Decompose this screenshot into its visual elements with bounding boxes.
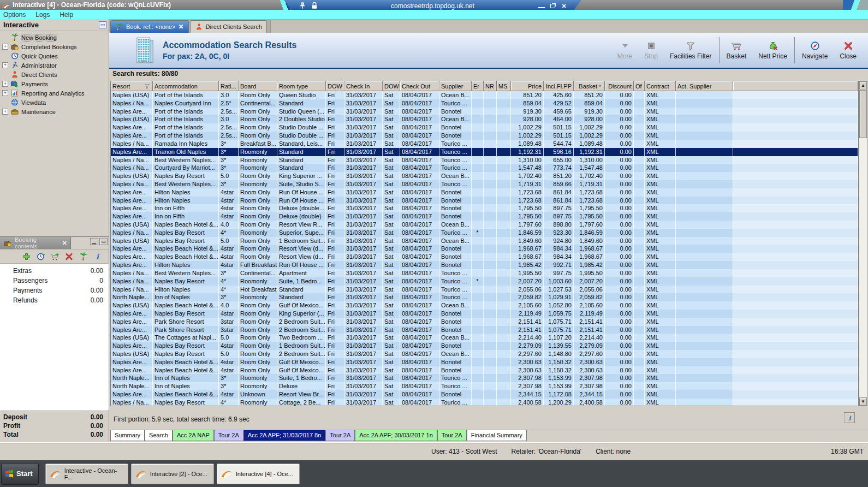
sidebar-item-payments[interactable]: +$Payments: [0, 79, 109, 88]
table-row[interactable]: Naples / Na...Best Western Naples...3*Co…: [111, 269, 858, 277]
table-row[interactable]: Naples Are...Park Shore Resort3starRoom …: [111, 318, 858, 326]
column-header-basket[interactable]: Basket: [574, 81, 605, 91]
table-row[interactable]: Naples / Na...Hilton Naples4*Hot Breakfa…: [111, 286, 858, 294]
bottom-tab-acc-2a-apf-30-03-2017-1n[interactable]: Acc 2A APF; 30/03/2017 1n: [355, 430, 437, 441]
expander-icon[interactable]: +: [2, 62, 8, 68]
bottom-tab-acc-2a-nap[interactable]: Acc 2A NAP: [173, 430, 214, 441]
column-header-room-type[interactable]: Room type: [277, 81, 326, 91]
sidebar-item-administrator[interactable]: +Administrator: [0, 61, 109, 70]
toolbar-button-close[interactable]: Close: [834, 33, 863, 68]
vertical-scrollbar[interactable]: ▲ ▼: [859, 81, 867, 406]
sidebar-collapse-button[interactable]: ▭: [99, 21, 106, 28]
menu-item-help[interactable]: Help: [60, 11, 73, 19]
bottom-tab-tour-2a[interactable]: Tour 2A: [437, 430, 467, 441]
tab-close-icon[interactable]: ✕: [179, 23, 184, 31]
bottom-tab-acc-2a-apf-31-03-2017-8n[interactable]: Acc 2A APF; 31/03/2017 8n: [243, 430, 326, 441]
table-row[interactable]: Naples Are...Inn on Fifth4starRoom OnlyD…: [111, 212, 858, 221]
bottom-tab-search[interactable]: Search: [145, 430, 173, 441]
column-header-discount[interactable]: Discount: [605, 81, 634, 91]
column-header-er[interactable]: Er: [472, 81, 484, 91]
table-row[interactable]: Naples Are...Naples Beach Hotel &...4sta…: [111, 358, 858, 366]
rdp-restore-button[interactable]: [550, 4, 555, 8]
table-row[interactable]: North Naple...Inn of Naples3*RoomonlyDel…: [111, 382, 858, 390]
toolbar-button-basket[interactable]: Basket: [721, 33, 753, 68]
column-header-accommodation[interactable]: Accommodation: [153, 81, 219, 91]
column-header-act-supplier[interactable]: Act. Supplier: [676, 81, 733, 91]
expander-icon[interactable]: +: [2, 44, 8, 50]
toolbar-button-facilities-filter[interactable]: Facilities Filter: [664, 33, 718, 68]
bottom-tab-tour-2a[interactable]: Tour 2A: [214, 430, 243, 441]
booking-toolbar-clock-icon[interactable]: [36, 252, 45, 261]
column-header-price[interactable]: Price: [511, 81, 544, 91]
table-row[interactable]: Naples Are...Port of the Islands2.5s...R…: [111, 108, 858, 116]
column-header-of[interactable]: Of: [634, 81, 645, 91]
column-header-board[interactable]: Board: [239, 81, 277, 91]
table-row[interactable]: Naples Are...Naples Bay Resort4starRoom …: [111, 310, 858, 318]
rdp-close-button[interactable]: ✕: [561, 3, 567, 9]
table-row[interactable]: Naples Are...Hilton Naples4starRoom Only…: [111, 197, 858, 205]
booking-panel-close-icon[interactable]: ✕: [62, 240, 67, 247]
table-row[interactable]: Naples Are...Naples Beach Hotel &...4sta…: [111, 366, 858, 375]
table-row[interactable]: Naples (USA)The Cottages at Napl...5.0Ro…: [111, 334, 858, 342]
column-header-ms[interactable]: MS: [497, 81, 511, 91]
table-row[interactable]: Naples / Na...Naples Bay Resort4*Roomonl…: [111, 229, 858, 237]
menu-item-options[interactable]: Options: [3, 11, 26, 19]
scroll-up-arrow-icon[interactable]: ▲: [859, 81, 867, 90]
table-row[interactable]: Naples Are...Naples Beach Hotel &...4sta…: [111, 253, 858, 261]
sidebar-item-new-booking[interactable]: New Booking: [0, 33, 109, 42]
booking-toolbar-plus-green-icon[interactable]: [22, 252, 31, 261]
table-row[interactable]: Naples / Na...Courtyard By Marriot...3*R…: [111, 164, 858, 172]
table-row[interactable]: Naples Are...Port of the Islands2.5s...R…: [111, 123, 858, 132]
table-row[interactable]: Naples Are...Trianon Old Naples3*Roomonl…: [111, 148, 858, 156]
pin-icon[interactable]: [298, 2, 307, 10]
table-row[interactable]: Naples Are...Naples Beach Hotel &...4sta…: [111, 390, 858, 399]
column-header-nr[interactable]: NR: [484, 81, 497, 91]
table-row[interactable]: Naples / Na...Best Western Naples...3*Ro…: [111, 180, 858, 188]
start-button[interactable]: Start: [1, 463, 39, 485]
table-row[interactable]: Naples (USA)Naples Bay Resort5.0Room Onl…: [111, 237, 858, 245]
column-header-contract[interactable]: Contract: [645, 81, 676, 91]
booking-panel-maximize-button[interactable]: ▭: [99, 238, 108, 245]
table-row[interactable]: Naples Are...Naples Bay Resort4starRoom …: [111, 342, 858, 350]
bottom-tab-tour-2a[interactable]: Tour 2A: [325, 430, 355, 441]
sidebar-item-maintenance[interactable]: +Maintenance: [0, 107, 109, 116]
table-row[interactable]: Naples / Na...Best Western Naples...3*Ro…: [111, 156, 858, 164]
table-row[interactable]: Naples (USA)Naples Beach Hotel &...4.0Ro…: [111, 301, 858, 310]
table-row[interactable]: Naples (USA)Naples Bay Resort5.0Room Onl…: [111, 172, 858, 180]
expander-icon[interactable]: +: [2, 109, 8, 115]
column-header-rati-[interactable]: Rati...: [219, 81, 239, 91]
table-row[interactable]: Naples / Na...Naples Bay Resort4*Roomonl…: [111, 399, 858, 406]
table-row[interactable]: Naples / Na...Naples Bay Resort4*Roomonl…: [111, 277, 858, 286]
expander-icon[interactable]: +: [2, 90, 8, 96]
bottom-tab-summary[interactable]: Summary: [110, 430, 145, 441]
taskbar-window-button[interactable]: Interactive [4] - Oce...: [217, 464, 300, 484]
scroll-down-arrow-icon[interactable]: ▼: [859, 397, 867, 406]
sidebar-item-direct-clients[interactable]: Direct Clients: [0, 70, 109, 79]
toolbar-button-nett-price[interactable]: Nett Price: [752, 33, 793, 68]
table-row[interactable]: Naples Are...Park Shore Resort3starRoom …: [111, 326, 858, 334]
column-header-check-in[interactable]: Check In: [344, 81, 383, 91]
table-row[interactable]: Naples Are...Naples Beach Hotel &...4sta…: [111, 245, 858, 253]
info-button[interactable]: i: [844, 412, 855, 423]
toolbar-button-navigate[interactable]: Navigate: [796, 33, 834, 68]
rdp-minimize-button[interactable]: [538, 4, 545, 8]
column-header-dow[interactable]: DOW: [326, 81, 344, 91]
table-row[interactable]: North Naple...Inn of Naples3*RoomonlySta…: [111, 293, 858, 301]
booking-toolbar-palm-tree-icon[interactable]: [79, 252, 88, 261]
table-row[interactable]: Naples Are...Inn on Fifth4starRoom OnlyD…: [111, 204, 858, 212]
table-row[interactable]: Naples / Na...Ramada Inn Naples3*Breakfa…: [111, 140, 858, 148]
table-row[interactable]: Naples (USA)Naples Beach Hotel &...4.0Ro…: [111, 221, 858, 229]
table-row[interactable]: Naples Are...Port of the Islands2.5s...R…: [111, 132, 858, 140]
table-row[interactable]: Naples (USA)Naples Bay Resort5.0Room Onl…: [111, 350, 858, 358]
taskbar-window-button[interactable]: Interactive [2] - Oce...: [131, 464, 214, 484]
sidebar-item-completed-bookings[interactable]: +Completed Bookings: [0, 42, 109, 51]
sidebar-item-quick-quotes[interactable]: Quick Quotes: [0, 51, 109, 61]
document-tab[interactable]: Direct Clients Search: [190, 20, 267, 33]
sidebar-item-reporting-and-analytics[interactable]: +Reporting and Analytics: [0, 88, 109, 98]
column-header-incl-fl-pp[interactable]: Incl.Fl.PP: [544, 81, 574, 91]
booking-toolbar-info-icon[interactable]: i: [93, 252, 102, 261]
table-row[interactable]: Naples Are...Hilton Naples4starFull Brea…: [111, 261, 858, 269]
scrollbar-thumb[interactable]: [859, 90, 867, 138]
table-row[interactable]: Naples Are...Hilton Naples4starRoom Only…: [111, 188, 858, 197]
column-header-supplier[interactable]: Supplier: [439, 81, 472, 91]
